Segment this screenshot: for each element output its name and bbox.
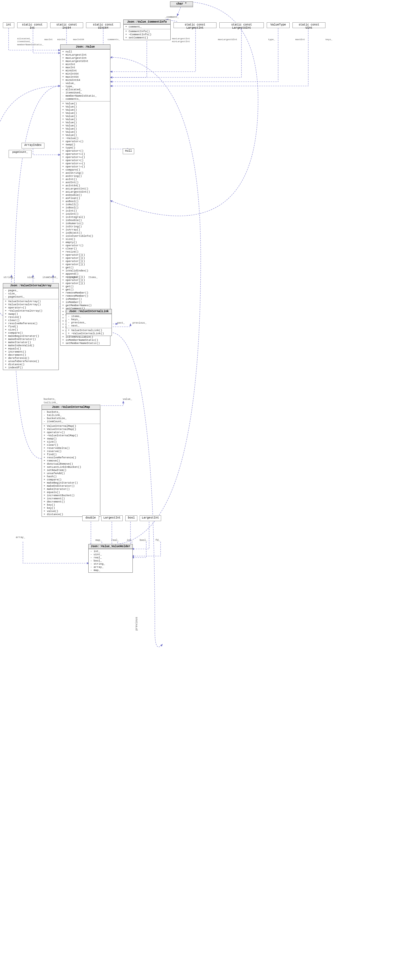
via-m-dereference: dereference() [4, 356, 57, 360]
jv-m-ascstring: asCString() [62, 172, 109, 175]
null-box: null [123, 148, 134, 154]
valueholder-title: Json::Value_ValueHolder [89, 544, 133, 549]
value-right-label: value_ [123, 398, 132, 401]
svg-line-0 [177, 7, 180, 16]
jv-m-swap: swap() [62, 143, 109, 146]
json-valueinternalarray-box: Json::ValueInternalArray pages_ size_ pa… [3, 283, 59, 370]
vh-map: map_ [90, 569, 131, 572]
type-label: type_ [268, 38, 275, 41]
jv-m-tilde-value: ~Value() [62, 137, 109, 140]
jv-m-isstring: isString() [62, 225, 109, 228]
vil-items: items_ [67, 315, 110, 318]
vim-m-equals: equals() [43, 491, 99, 494]
commentinfo-method-2: + ~CommentInfo() [125, 33, 169, 36]
static-const-largestint-box: static const LargestInt [174, 22, 217, 28]
vim-m-doactualremove: doActualRemove() [43, 462, 99, 466]
int-bottom-label: int_ [127, 539, 133, 542]
jv-m-isvalidindex: isValidIndex() [62, 269, 109, 272]
json-value-box: Json::Value + null + minLargestInt + max… [60, 45, 110, 346]
jv-maxlargestint: + maxLargestInt [62, 56, 109, 60]
bool-bottom-label: bool_ [140, 539, 147, 542]
jv-m-value10: Value() [62, 130, 109, 134]
json-value-commentinfo-box: Json::Value_CommentInfo + comment_ + Com… [123, 19, 171, 40]
jv-m-isobject: isObject() [62, 231, 109, 234]
jv-m-isdouble: isDouble() [62, 219, 109, 222]
jv-m-opbr3: operator[]() [62, 260, 109, 263]
jv-m-aslargestuint: asLargestUInt() [62, 190, 109, 194]
vim-m-setlastlink: setLastLinkInBucket() [43, 466, 99, 469]
jv-m-isarray: isArray() [62, 228, 109, 231]
jv-m-opbr4: operator[]() [62, 263, 109, 266]
items-label: Items_ [88, 276, 97, 279]
jv-minint64: + minInt64 [62, 72, 109, 75]
valueinternallink-title: Json::ValueInternalLink [66, 309, 112, 314]
vim-m-swap: swap() [43, 437, 99, 440]
vim-m-opassign: operator=() [43, 431, 99, 434]
via-m-equals: equals() [4, 347, 57, 350]
static-const-uint64-box: static const UInt64 [86, 22, 120, 28]
jv-m-compare: compare() [62, 168, 109, 172]
via-m-size: size() [4, 328, 57, 331]
vim-m-makeenditerator: makeEndIterator() [43, 484, 99, 488]
vh-uint: uint_ [90, 553, 131, 556]
vil-previous: previous_ [67, 321, 110, 324]
itemcount-label: itemCount_ [42, 276, 58, 279]
maxlargestuint-label: maxLargestUInt [218, 38, 237, 41]
jv-m-opbr6: operator[]() [62, 278, 109, 282]
vil-m-tilde: ~ValueInternalLink() [67, 332, 110, 335]
jv-m-append: append() [62, 272, 109, 275]
jv-m-ismember1: isMember() [62, 298, 109, 301]
jv-minint: + minInt [62, 63, 109, 66]
vil-keys: keys_ [67, 318, 110, 321]
vil-m-ctor: ValueInternalLink() [67, 329, 110, 332]
json-value-title: Json::Value [61, 45, 110, 49]
vh-array: array_ [90, 566, 131, 569]
array-label: array_ [16, 536, 25, 539]
static-const-uint-box: static const UInt [292, 22, 326, 28]
valueinternalmap-title: Json::ValueInternalMap [42, 405, 100, 410]
jv-m-opbr2: operator[]() [62, 256, 109, 260]
via-m-makebeginiterator: makeBeginIterator() [4, 334, 57, 338]
largestuint-box: LargestInt [140, 515, 161, 521]
buckets-taillink-label: buckets_tailLink_ [43, 398, 57, 404]
keys-label: keys_ [326, 38, 332, 41]
vim-m-makebeginiterator: makeBeginIterator() [43, 481, 99, 484]
via-size: size_ [4, 292, 57, 295]
jv-m-isbool: isBool() [62, 206, 109, 209]
via-m-makeindexvalid: makeIndexValid() [4, 344, 57, 347]
double-box: double [82, 515, 99, 521]
jv-m-asint: asInt() [62, 178, 109, 181]
jv-m-opnot: operator!() [62, 244, 109, 247]
jv-m-value5: Value() [62, 115, 109, 118]
jv-m-isnumeric: isNumeric() [62, 222, 109, 225]
vil-next: next_ [67, 324, 110, 327]
via-m-decrement: decrement() [4, 353, 57, 356]
vim-bucketssize: bucketsSize_ [43, 417, 99, 420]
vim-m-reservedelta: reserveDelta() [43, 447, 99, 450]
jv-m-opbr7: operator[]() [62, 282, 109, 285]
static-const-largestuint-box: static const LargestUInt [219, 22, 264, 28]
jv-m-opeq: operator==() [62, 162, 109, 165]
jv-m-isconvertibleto: isConvertibleTo() [62, 234, 109, 238]
jv-membernameisstatic: memberNameIsStatic_ [62, 94, 109, 97]
vim-m-reserve: reserve() [43, 450, 99, 453]
vim-m-incrementbucket: incrementBucket() [43, 494, 99, 497]
jv-m-getmembernames: getMemberNames() [62, 304, 109, 307]
map-bottom-label: map_ [96, 539, 102, 542]
jv-m-asdouble: asDouble() [62, 194, 109, 197]
jv-m-asbool: asBool() [62, 200, 109, 203]
jv-m-isnull: isNull() [62, 203, 109, 206]
jv-m-removemember2: removeMember() [62, 294, 109, 298]
maxint-label: maxInt [45, 38, 53, 41]
vim-m-decrement: decrement() [43, 500, 99, 503]
jv-minlargestint: + minLargestInt [62, 53, 109, 56]
vim-m-setnewitem: setNewItem() [43, 469, 99, 472]
vim-m-key2: key() [43, 506, 99, 510]
jv-m-opbr1: operator[]() [62, 253, 109, 256]
bool-box: bool [125, 515, 137, 521]
via-m-swap: swap() [4, 312, 57, 316]
comments-label: comments_ [107, 38, 120, 41]
jv-m-value2: Value() [62, 105, 109, 108]
static-const-int64-box: static const Int64 [50, 22, 83, 28]
minint-label: minInt [57, 38, 65, 41]
